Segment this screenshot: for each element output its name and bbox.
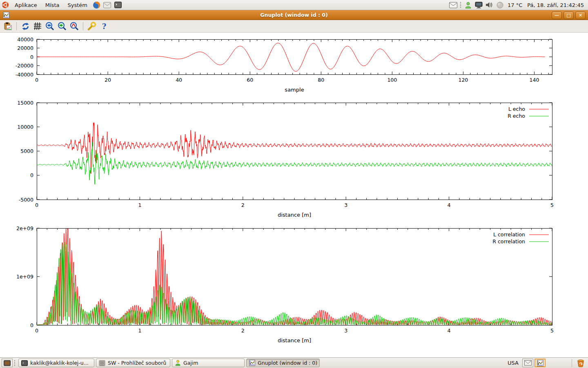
- user-switcher-icon[interactable]: [464, 1, 472, 9]
- system-tray: 17 °C Pá, 18. září, 21:42:45: [448, 0, 588, 10]
- svg-text:1: 1: [138, 328, 141, 334]
- legend-label: L echo: [508, 106, 525, 112]
- window-toolbar: ?: [0, 20, 588, 33]
- series-trace: [37, 43, 545, 71]
- maximize-button[interactable]: □: [564, 11, 574, 19]
- window-titlebar[interactable]: Gnuplot (window id : 0) — □ ✕: [0, 10, 588, 20]
- settings-icon: [87, 22, 96, 31]
- gnuplot-icon: [537, 360, 543, 366]
- grid-icon: [33, 22, 42, 30]
- svg-text:2: 2: [241, 328, 245, 334]
- bottom-taskbar: kaklik@kaklik-kolej-u... SW - Prohlížeč …: [0, 357, 588, 368]
- menu-places[interactable]: Místa: [41, 0, 64, 10]
- svg-text:120: 120: [458, 77, 468, 83]
- gnuplot-canvas[interactable]: 020406080100120140-40000-200000200004000…: [0, 33, 588, 357]
- svg-text:3: 3: [344, 202, 347, 208]
- y-tick-label: 0: [30, 322, 33, 328]
- svg-text:distance [m]: distance [m]: [278, 337, 311, 343]
- taskbar-gnuplot-tray-button[interactable]: [535, 359, 546, 367]
- apply-autoscale-button[interactable]: [69, 21, 80, 31]
- svg-text:0: 0: [35, 77, 38, 83]
- applet-handle[interactable]: [14, 360, 16, 366]
- replot-button[interactable]: [20, 21, 31, 31]
- taskbar-item-label: Gajim: [183, 360, 198, 366]
- taskbar-item-gajim[interactable]: Gajim: [172, 359, 245, 367]
- svg-text:140: 140: [530, 77, 539, 83]
- next-zoom-button[interactable]: [57, 21, 67, 31]
- show-desktop-button[interactable]: [2, 359, 13, 367]
- menu-applications[interactable]: Aplikace: [11, 0, 41, 10]
- y-tick-label: 40000: [17, 36, 33, 43]
- terminal-launcher-icon[interactable]: [114, 1, 122, 9]
- legend-label: L correlation: [493, 231, 525, 238]
- gajim-icon: [175, 360, 181, 366]
- minimize-button[interactable]: —: [552, 11, 562, 19]
- svg-text:4: 4: [448, 328, 451, 334]
- taskbar-separator: [572, 359, 572, 367]
- series-R echo: [37, 142, 552, 184]
- ubuntu-logo-icon: [2, 1, 9, 9]
- svg-text:0: 0: [35, 328, 38, 334]
- menu-system[interactable]: Systém: [63, 0, 91, 10]
- grid-button[interactable]: [32, 21, 43, 31]
- taskbar-item-gnuplot[interactable]: Gnuplot (window id : 0): [246, 359, 320, 367]
- y-tick-label: 10000: [17, 124, 33, 130]
- settings-button[interactable]: [87, 21, 97, 31]
- gnuplot-window-icon: [2, 11, 10, 19]
- file-manager-icon: [99, 360, 105, 366]
- help-button[interactable]: ?: [99, 21, 109, 31]
- replot-icon: [21, 22, 30, 31]
- previous-zoom-button[interactable]: [45, 21, 55, 31]
- keyboard-layout-indicator[interactable]: USA: [508, 360, 519, 366]
- applet-handle[interactable]: [460, 2, 461, 8]
- taskbar-item-label: kaklik@kaklik-kolej-u...: [30, 360, 89, 366]
- taskbar-item-label: SW - Prohlížeč souborů: [108, 360, 166, 366]
- trash-icon[interactable]: [577, 359, 585, 367]
- series-L correlation: [37, 229, 552, 325]
- svg-text:4: 4: [448, 202, 451, 208]
- y-tick-label: 15000: [17, 100, 33, 106]
- weather-icon[interactable]: [496, 1, 504, 9]
- firefox-launcher-icon[interactable]: [93, 1, 101, 9]
- apply-autoscale-icon: [70, 22, 79, 31]
- volume-icon[interactable]: [485, 1, 493, 9]
- previous-zoom-icon: [45, 22, 54, 31]
- legend-label: R echo: [508, 113, 525, 119]
- y-tick-label: 2e+09: [16, 225, 33, 231]
- svg-text:20: 20: [105, 77, 111, 83]
- svg-text:5: 5: [550, 328, 554, 334]
- legend-label: R correlation: [492, 238, 525, 245]
- y-tick-label: -40000: [16, 72, 33, 78]
- svg-text:100: 100: [387, 77, 397, 83]
- y-tick-label: 20000: [17, 45, 33, 51]
- ubuntu-logo-icon[interactable]: [1, 1, 9, 9]
- display-icon[interactable]: [474, 1, 483, 9]
- svg-text:3: 3: [344, 328, 347, 334]
- svg-text:0: 0: [35, 202, 38, 208]
- tray-mail-icon[interactable]: [449, 1, 457, 9]
- y-tick-label: -20000: [16, 63, 33, 69]
- svg-text:2: 2: [241, 202, 245, 208]
- mail-launcher-icon[interactable]: [103, 1, 111, 9]
- svg-text:1: 1: [138, 202, 141, 208]
- copy-plot-button[interactable]: [2, 21, 13, 31]
- svg-text:sample: sample: [285, 87, 304, 93]
- close-button[interactable]: ✕: [575, 11, 586, 19]
- window-title: Gnuplot (window id : 0): [0, 12, 588, 18]
- y-tick-label: 1e+09: [16, 274, 33, 280]
- svg-text:60: 60: [247, 77, 253, 83]
- toolbar-separator: [83, 22, 83, 30]
- svg-text:distance [m]: distance [m]: [278, 212, 311, 218]
- y-tick-label: 0: [30, 54, 33, 60]
- taskbar-item-terminal[interactable]: kaklik@kaklik-kolej-u...: [18, 359, 94, 367]
- taskbar-item-label: Gnuplot (window id : 0): [258, 360, 317, 366]
- y-tick-label: -5000: [19, 197, 33, 203]
- y-tick-label: 5000: [20, 148, 33, 154]
- svg-text:5: 5: [550, 202, 554, 208]
- taskbar-item-file-manager[interactable]: SW - Prohlížeč souborů: [96, 359, 170, 367]
- temperature-readout[interactable]: 17 °C: [508, 2, 522, 8]
- svg-text:80: 80: [318, 77, 324, 83]
- mail-icon: [524, 360, 532, 366]
- clock[interactable]: Pá, 18. září, 21:42:45: [527, 2, 584, 8]
- taskbar-mail-tray-button[interactable]: [522, 359, 533, 367]
